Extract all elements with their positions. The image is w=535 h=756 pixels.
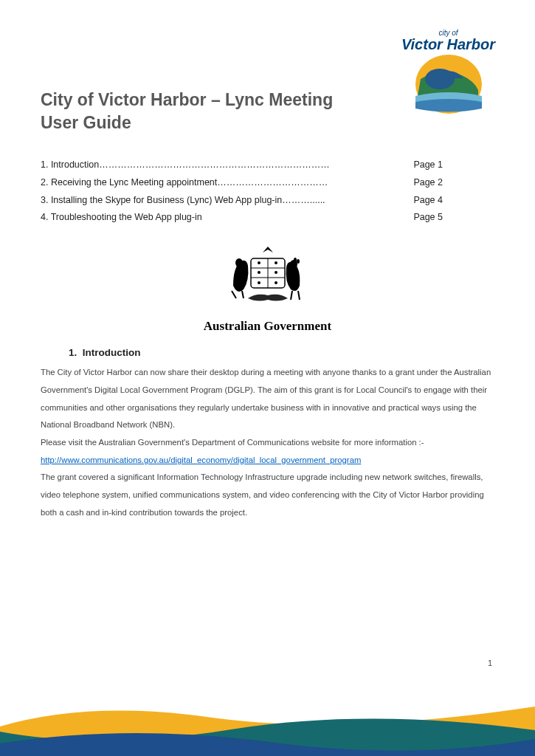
logo-city-name: Victor Harbor [395,37,502,52]
aus-gov-label: Australian Government [41,319,494,334]
footer-wave-icon [0,686,535,756]
gov-link[interactable]: http://www.communications.gov.au/digital… [41,456,361,464]
svg-point-12 [258,271,260,274]
section-number: 1. [69,347,77,358]
section-title: Introduction [83,347,141,358]
paragraph: Please visit the Australian Government's… [41,434,494,452]
svg-point-10 [258,261,260,264]
toc-page: Page 5 [404,209,443,227]
svg-point-14 [258,281,260,284]
aus-gov-crest: Australian Government [41,245,494,334]
toc-page: Page 2 [404,174,443,192]
paragraph: The grant covered a significant Informat… [41,469,494,521]
section-heading: 1. Introduction [69,347,494,358]
section-intro: 1. Introduction The City of Victor Harbo… [41,347,494,521]
svg-point-13 [275,271,277,274]
paragraph: The City of Victor Harbor can now share … [41,364,494,434]
document-title: City of Victor Harbor – Lync Meeting Use… [41,41,358,134]
svg-point-4 [294,258,297,262]
coat-of-arms-icon [220,245,316,312]
svg-point-15 [275,281,277,284]
external-link-line: http://www.communications.gov.au/digital… [41,452,494,470]
svg-point-5 [297,259,300,264]
svg-point-11 [275,261,277,264]
toc-item: 4. Troubleshooting the Web App plug-in P… [41,209,443,227]
vh-logo: city of Victor Harbor [395,30,502,116]
document-page: city of Victor Harbor City of Victor Har… [0,0,535,756]
toc-item: 3. Installing the Skype for Business (Ly… [41,192,443,210]
toc-page: Page 4 [404,192,443,210]
toc-label: 3. Installing the Skype for Business (Ly… [41,192,325,210]
vh-logo-icon [404,53,493,116]
toc-label: 4. Troubleshooting the Web App plug-in [41,209,202,227]
table-of-contents: 1. Introduction…………………………………………………………………… [41,157,494,227]
logo-text: city of Victor Harbor [395,30,502,52]
toc-item: 2. Receiving the Lync Meeting appointmen… [41,174,443,192]
page-number: 1 [488,659,492,667]
toc-page: Page 1 [404,157,443,174]
toc-label: 2. Receiving the Lync Meeting appointmen… [41,174,328,192]
toc-label: 1. Introduction………………………………………………………………… [41,157,330,174]
page-header: city of Victor Harbor City of Victor Har… [41,41,494,134]
toc-item: 1. Introduction…………………………………………………………………… [41,157,443,174]
svg-point-2 [235,258,243,267]
